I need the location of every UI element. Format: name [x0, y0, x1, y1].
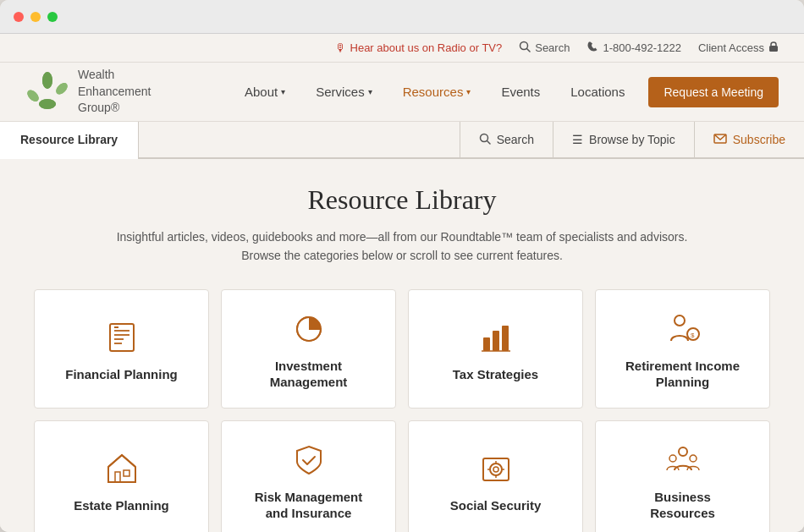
svg-line-12	[487, 140, 490, 144]
browse-by-topic-label: Browse by Topic	[589, 133, 675, 146]
category-retirement-income-planning[interactable]: $ Retirement IncomePlanning	[595, 289, 770, 409]
utility-search-button[interactable]: Search	[519, 41, 570, 55]
browser-chrome	[0, 0, 804, 34]
svg-rect-14	[110, 324, 134, 351]
nav-item-about[interactable]: About ▾	[229, 78, 300, 106]
nav-item-locations[interactable]: Locations	[555, 78, 640, 106]
svg-rect-29	[115, 472, 120, 482]
sub-nav-right: Search ☰ Browse by Topic Subscribe	[460, 122, 804, 157]
client-access-label: Client Access	[698, 41, 764, 54]
category-business-resources[interactable]: BusinessResources	[595, 420, 770, 532]
shield-check-icon	[290, 442, 328, 479]
svg-point-6	[39, 99, 56, 109]
category-label: BusinessResources	[650, 489, 715, 522]
logo-text: Wealth Enhancement Group®	[78, 67, 151, 117]
svg-rect-2	[769, 46, 778, 52]
category-label: Financial Planning	[65, 366, 178, 383]
nav-item-events[interactable]: Events	[486, 78, 555, 106]
radio-tv-text: Hear about us on Radio or TV?	[350, 41, 503, 54]
sub-nav-search-label: Search	[497, 133, 534, 146]
page-subtitle: Insightful articles, videos, guidebooks …	[34, 228, 770, 266]
category-estate-planning[interactable]: Estate Planning	[34, 420, 209, 532]
browser-dot-green[interactable]	[47, 12, 58, 22]
svg-text:$: $	[691, 332, 695, 339]
svg-point-39	[669, 455, 676, 462]
category-label: Tax Strategies	[453, 366, 538, 383]
svg-point-10	[25, 88, 41, 103]
resource-library-tab[interactable]: Resource Library	[0, 122, 139, 157]
svg-rect-23	[502, 326, 509, 351]
svg-point-9	[54, 80, 69, 96]
radio-tv-link[interactable]: 🎙 Hear about us on Radio or TV?	[335, 41, 503, 54]
categories-grid: Financial Planning InvestmentManagement	[34, 289, 770, 532]
main-nav: Wealth Enhancement Group® About ▾ Servic…	[0, 63, 804, 122]
logo-icon	[25, 70, 69, 114]
svg-line-1	[527, 49, 531, 52]
envelope-icon	[713, 133, 727, 146]
category-label: Estate Planning	[74, 497, 169, 514]
phone-icon	[586, 41, 598, 55]
lock-icon	[768, 41, 779, 55]
browser-window: 🎙 Hear about us on Radio or TV? Search	[0, 0, 804, 532]
nav-item-services[interactable]: Services ▾	[300, 78, 388, 106]
category-label: Risk Managementand Insurance	[255, 489, 363, 522]
category-financial-planning[interactable]: Financial Planning	[34, 289, 209, 409]
svg-point-32	[490, 463, 502, 475]
people-icon	[664, 442, 702, 479]
category-investment-management[interactable]: InvestmentManagement	[221, 289, 396, 409]
search-icon	[519, 41, 531, 55]
subscribe-label: Subscribe	[733, 133, 785, 146]
svg-rect-30	[124, 470, 129, 476]
subscribe-button[interactable]: Subscribe	[694, 122, 804, 157]
category-social-security[interactable]: Social Security	[408, 420, 583, 532]
svg-marker-28	[108, 455, 135, 482]
chevron-down-icon: ▾	[368, 87, 372, 96]
svg-point-25	[675, 315, 685, 326]
logo-area[interactable]: Wealth Enhancement Group®	[25, 67, 151, 117]
category-label: InvestmentManagement	[270, 358, 348, 391]
search-icon	[479, 133, 491, 147]
chevron-down-icon: ▾	[466, 87, 471, 96]
house-icon	[103, 450, 140, 487]
nav-links: About ▾ Services ▾ Resources ▾ Events Lo…	[229, 77, 779, 107]
person-coin-icon: $	[664, 310, 702, 348]
subtitle-line1: Insightful articles, videos, guidebooks …	[34, 228, 770, 246]
category-tax-strategies[interactable]: Tax Strategies	[408, 289, 583, 409]
svg-rect-22	[493, 331, 499, 351]
bar-chart-icon	[477, 319, 515, 356]
category-risk-management[interactable]: Risk Managementand Insurance	[221, 420, 396, 532]
category-label: Social Security	[450, 497, 542, 514]
svg-rect-21	[483, 337, 490, 351]
list-icon	[103, 319, 140, 356]
svg-point-5	[42, 72, 52, 89]
safe-icon	[477, 450, 515, 487]
browse-by-topic-button[interactable]: ☰ Browse by Topic	[553, 122, 694, 157]
request-meeting-button[interactable]: Request a Meeting	[648, 77, 779, 107]
browser-body: 🎙 Hear about us on Radio or TV? Search	[0, 34, 804, 532]
phone-number: 1-800-492-1222	[586, 41, 681, 55]
utility-bar: 🎙 Hear about us on Radio or TV? Search	[0, 34, 804, 63]
logo-line2: Enhancement	[78, 84, 151, 101]
logo-line3: Group®	[78, 100, 151, 117]
sub-nav-search-button[interactable]: Search	[460, 122, 553, 157]
browser-dot-red[interactable]	[14, 12, 24, 22]
pie-chart-icon	[290, 310, 328, 348]
client-access-button[interactable]: Client Access	[698, 41, 779, 55]
page-title: Resource Library	[34, 184, 770, 216]
svg-point-38	[679, 447, 687, 456]
resource-library-tab-label: Resource Library	[20, 133, 118, 146]
phone-number-text: 1-800-492-1222	[603, 41, 681, 54]
category-label: Retirement IncomePlanning	[625, 358, 740, 391]
chevron-down-icon: ▾	[281, 87, 285, 96]
logo-line1: Wealth	[78, 67, 151, 84]
microphone-icon: 🎙	[335, 41, 346, 54]
svg-point-40	[690, 455, 697, 462]
main-content: Resource Library Insightful articles, vi…	[0, 159, 804, 532]
sub-nav: Resource Library Search ☰ Browse by Topi…	[0, 122, 804, 159]
browser-dot-yellow[interactable]	[30, 12, 41, 22]
list-icon: ☰	[572, 133, 583, 146]
utility-search-label: Search	[535, 41, 570, 54]
subtitle-line2: Browse the categories below or scroll to…	[34, 246, 770, 265]
nav-item-resources[interactable]: Resources ▾	[388, 78, 487, 106]
svg-point-33	[493, 467, 498, 472]
